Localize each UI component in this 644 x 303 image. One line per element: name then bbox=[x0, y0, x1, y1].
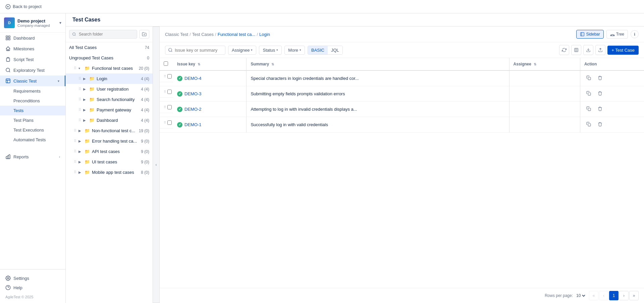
row-checkbox-2[interactable] bbox=[167, 105, 172, 109]
sidebar-item-exploratory-test[interactable]: Exploratory Test bbox=[0, 65, 65, 75]
next-page-button[interactable]: › bbox=[619, 291, 629, 300]
add-test-case-button[interactable]: + Test Case bbox=[607, 46, 639, 55]
folder-all-test-cases[interactable]: All Test Cases 74 bbox=[66, 42, 153, 53]
columns-button[interactable] bbox=[571, 45, 581, 55]
row-actions-2 bbox=[584, 105, 640, 113]
issue-key-anchor-1[interactable]: DEMO-3 bbox=[184, 91, 202, 96]
folder-ungrouped[interactable]: Ungrouped Test Cases 0 bbox=[66, 53, 153, 63]
issue-key-anchor-2[interactable]: DEMO-2 bbox=[184, 107, 202, 112]
delete-icon bbox=[598, 106, 602, 111]
sidebar-subitem-test-executions[interactable]: Test Executions bbox=[0, 125, 65, 135]
last-page-button[interactable]: » bbox=[629, 291, 639, 300]
issue-key-link-2[interactable]: DEMO-2 bbox=[177, 107, 242, 112]
tree-view-button[interactable]: Tree bbox=[606, 30, 628, 39]
sidebar-subitem-preconditions[interactable]: Preconditions bbox=[0, 96, 65, 106]
back-to-project-button[interactable]: Back to project bbox=[5, 4, 42, 9]
rows-per-page: Rows per page: 10 25 50 bbox=[545, 293, 586, 298]
settings-nav-item[interactable]: Settings bbox=[5, 273, 60, 283]
prev-page-button[interactable]: ‹ bbox=[599, 291, 608, 300]
breadcrumb-actions: Sidebar Tree ℹ bbox=[576, 30, 639, 39]
assignee-header[interactable]: Assignee ⇅ bbox=[509, 58, 580, 70]
refresh-button[interactable] bbox=[559, 45, 569, 55]
sidebar-item-classic-test[interactable]: Classic Test ▾ bbox=[0, 75, 65, 86]
more-filter-button[interactable]: More ▾ bbox=[284, 46, 305, 55]
summary-header[interactable]: Summary ⇅ bbox=[247, 58, 509, 70]
mobile-count: 8 (0) bbox=[141, 170, 149, 175]
copy-button-2[interactable] bbox=[584, 105, 593, 113]
folder-functional-test-cases[interactable]: ⠿ ▾ 📁 Functional test cases 20 (0) bbox=[66, 63, 153, 73]
project-header[interactable]: D Demo project Company-managed ▾ bbox=[0, 13, 65, 33]
add-folder-button[interactable] bbox=[139, 30, 149, 39]
svg-point-7 bbox=[7, 277, 9, 279]
sidebar-subitem-test-plans[interactable]: Test Plans bbox=[0, 115, 65, 125]
delete-button-1[interactable] bbox=[596, 90, 604, 98]
folder-search-functionality[interactable]: ⠿ ▶ 📁 Search functionality 4 (4) bbox=[66, 94, 153, 105]
sidebar-item-script-test[interactable]: Script Test bbox=[0, 54, 65, 65]
table-row: ⠿ DEMO-2 Attempting to log in with inval… bbox=[160, 102, 644, 117]
folder-user-registration[interactable]: ⠿ ▶ 📁 User registration 4 (4) bbox=[66, 84, 153, 94]
breadcrumb-functional[interactable]: Functional test ca... bbox=[218, 32, 256, 37]
issue-key-link-3[interactable]: DEMO-1 bbox=[177, 122, 242, 128]
sidebar-item-reports[interactable]: Reports › bbox=[0, 151, 65, 162]
collapse-folder-panel-button[interactable]: ‹ bbox=[153, 27, 160, 303]
issue-key-link-0[interactable]: DEMO-4 bbox=[177, 76, 242, 81]
sidebar-view-button[interactable]: Sidebar bbox=[576, 30, 603, 39]
delete-button-3[interactable] bbox=[596, 120, 604, 129]
folder-payment-gateway[interactable]: ⠿ ▶ 📁 Payment gateway 4 (4) bbox=[66, 105, 153, 115]
upload-button[interactable] bbox=[595, 45, 605, 55]
issue-key-anchor-3[interactable]: DEMO-1 bbox=[184, 122, 202, 127]
row-checkbox-0[interactable] bbox=[167, 74, 172, 79]
delete-button-2[interactable] bbox=[596, 105, 604, 113]
folder-error-handling[interactable]: ⠿ ▶ 📁 Error handling test ca... 9 (0) bbox=[66, 136, 153, 146]
delete-button-0[interactable] bbox=[596, 74, 604, 83]
folder-mobile-app-test-cases[interactable]: ⠿ ▶ 📁 Mobile app test cases 8 (0) bbox=[66, 167, 153, 178]
sidebar-subitem-automated-tests[interactable]: Automated Tests bbox=[0, 135, 65, 145]
copy-button-3[interactable] bbox=[584, 120, 593, 129]
breadcrumb-login[interactable]: Login bbox=[259, 32, 270, 37]
issue-key-anchor-0[interactable]: DEMO-4 bbox=[184, 76, 202, 81]
row-drag-handle[interactable]: ⠿ bbox=[164, 121, 166, 124]
sidebar-subitem-tests[interactable]: Tests bbox=[0, 106, 65, 115]
api-label: API test cases bbox=[92, 149, 138, 154]
summary-header-label: Summary bbox=[251, 62, 269, 66]
sidebar-item-dashboard[interactable]: Dashboard bbox=[0, 33, 65, 43]
status-filter-button[interactable]: Status ▾ bbox=[259, 46, 282, 55]
dashboard-folder-count: 4 (4) bbox=[141, 118, 149, 123]
rows-per-page-select[interactable]: 10 25 50 bbox=[575, 293, 586, 298]
row-checkbox-3[interactable] bbox=[167, 120, 172, 125]
ui-count: 9 (0) bbox=[141, 160, 149, 164]
folder-login[interactable]: ⠿ ▶ 📁 Login 4 (4) bbox=[66, 73, 153, 84]
upload-icon bbox=[598, 48, 603, 52]
folder-search-input[interactable] bbox=[69, 30, 137, 39]
row-drag-handle[interactable]: ⠿ bbox=[164, 105, 166, 109]
jql-mode-button[interactable]: JQL bbox=[328, 46, 342, 54]
row-drag-handle[interactable]: ⠿ bbox=[164, 90, 166, 94]
copy-icon bbox=[586, 91, 591, 96]
info-button[interactable]: ℹ bbox=[631, 30, 639, 38]
sidebar-subitem-requirements[interactable]: Requirements bbox=[0, 86, 65, 96]
delete-icon bbox=[598, 122, 602, 127]
status-icon-3 bbox=[177, 122, 182, 128]
download-button[interactable] bbox=[583, 45, 593, 55]
svg-point-5 bbox=[6, 68, 10, 72]
first-page-button[interactable]: « bbox=[589, 291, 598, 300]
folder-dashboard[interactable]: ⠿ ▶ 📁 Dashboard 4 (4) bbox=[66, 115, 153, 125]
issue-key-link-1[interactable]: DEMO-3 bbox=[177, 91, 242, 97]
row-drag-handle[interactable]: ⠿ bbox=[164, 74, 166, 78]
page-1-button[interactable]: 1 bbox=[609, 291, 619, 300]
issue-key-header[interactable]: Issue key ⇅ bbox=[173, 58, 247, 70]
row-summary-cell-2: Attempting to log in with invalid creden… bbox=[247, 102, 509, 117]
search-input[interactable] bbox=[175, 48, 222, 53]
basic-mode-button[interactable]: BASIC bbox=[308, 46, 328, 54]
assignee-filter-button[interactable]: Assignee ▾ bbox=[228, 46, 256, 55]
row-checkbox-1[interactable] bbox=[167, 90, 172, 94]
sidebar-item-milestones[interactable]: Milestones bbox=[0, 43, 65, 54]
toolbar: Assignee ▾ Status ▾ More ▾ BASIC JQL bbox=[160, 42, 644, 58]
select-all-checkbox[interactable] bbox=[164, 61, 168, 66]
copy-button-1[interactable] bbox=[584, 90, 593, 98]
folder-api-test-cases[interactable]: ⠿ ▶ 📁 API test cases 9 (0) bbox=[66, 146, 153, 157]
help-nav-item[interactable]: Help bbox=[5, 283, 60, 292]
copy-button-0[interactable] bbox=[584, 74, 593, 83]
folder-non-functional[interactable]: ⠿ ▶ 📁 Non-functional test c... 19 (0) bbox=[66, 125, 153, 136]
folder-ui-test-cases[interactable]: ⠿ ▶ 📁 UI test cases 9 (0) bbox=[66, 157, 153, 167]
